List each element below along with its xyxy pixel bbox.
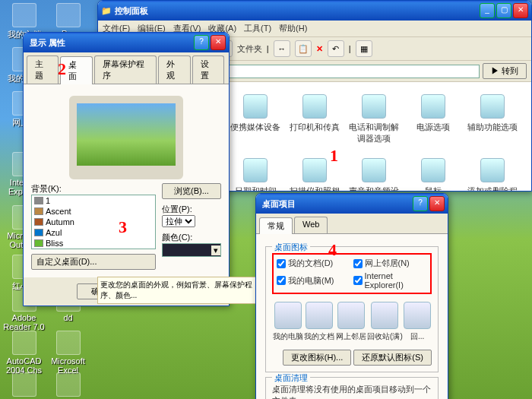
group-label: 桌面图标: [272, 242, 310, 253]
disp-body: 背景(K): 1AscentAutumnAzulBlissBlue Lace 1…: [24, 84, 229, 277]
cp-item-power[interactable]: 电源选项: [407, 94, 460, 144]
folders-label: 文件夹: [237, 43, 262, 55]
background-list[interactable]: 1AscentAutumnAzulBlissBlue Lace 16: [31, 195, 156, 249]
copy-button[interactable]: 📋: [295, 40, 312, 57]
group-label: 桌面清理: [272, 372, 310, 384]
di-tab-0[interactable]: 常规: [259, 217, 293, 234]
bg-item[interactable]: Ascent: [32, 206, 155, 217]
position-select[interactable]: 拉伸: [162, 215, 195, 227]
maximize-button[interactable]: ▢: [496, 3, 511, 18]
cp-item-date[interactable]: 日期和时间: [229, 158, 282, 191]
browse-button[interactable]: 浏览(B)...: [162, 183, 221, 199]
color-label: 颜色(C):: [162, 233, 192, 242]
close-button[interactable]: ✕: [211, 35, 226, 50]
display-properties-dialog: 显示 属性 ? ✕ 主题桌面屏幕保护程序外观设置 背景(K): 1AscentA…: [23, 32, 230, 306]
tab-2[interactable]: 屏幕保护程序: [94, 55, 157, 84]
cleanup-text: 桌面清理将没有使用的桌面项目移动到一个文件夹。: [272, 384, 432, 399]
disp-tabs: 主题桌面屏幕保护程序外观设置: [24, 52, 229, 84]
help-button[interactable]: ?: [194, 35, 209, 50]
cp-item-sound[interactable]: 声音和音频设备: [347, 158, 401, 191]
move-button[interactable]: ↔: [274, 40, 290, 57]
cp-title: 控制面板: [112, 5, 478, 17]
tab-4[interactable]: 设置: [192, 55, 224, 84]
menu-item[interactable]: 工具(T): [244, 24, 271, 33]
icon-preview[interactable]: 回...: [404, 302, 431, 342]
tab-0[interactable]: 主题: [27, 55, 59, 84]
icon-preview[interactable]: 我的电脑: [273, 302, 303, 342]
cp-item-printer[interactable]: 打印机和传真: [288, 94, 341, 144]
position-label: 位置(P):: [162, 204, 192, 214]
go-button[interactable]: ▶ 转到: [483, 63, 527, 79]
bg-item[interactable]: Autumn: [32, 217, 155, 227]
help-button[interactable]: ?: [413, 196, 428, 211]
undo-button[interactable]: ↶: [328, 40, 344, 57]
bg-item[interactable]: Bliss: [32, 238, 155, 249]
bg-item[interactable]: Azul: [32, 227, 155, 238]
close-button[interactable]: ✕: [429, 196, 445, 211]
delete-icon[interactable]: ✕: [316, 44, 323, 54]
icon-preview[interactable]: 回收站(满): [367, 302, 403, 342]
icon-preview[interactable]: 我的文档: [304, 302, 334, 342]
di-titlebar[interactable]: 桌面项目 ? ✕: [256, 194, 448, 214]
customize-desktop-button[interactable]: 自定义桌面(D)...: [31, 254, 156, 270]
color-picker[interactable]: ▾: [211, 245, 220, 255]
cp-item-access[interactable]: 辅助功能选项: [466, 94, 519, 144]
bg-item[interactable]: 1: [32, 195, 155, 206]
close-button[interactable]: ✕: [513, 3, 528, 18]
minimize-button[interactable]: _: [480, 3, 495, 18]
di-title: 桌面项目: [259, 198, 411, 210]
restore-icon-button[interactable]: 还原默认图标(S): [353, 350, 432, 366]
desktop-items-dialog: 桌面项目 ? ✕ 常规Web 桌面图标 我的文档(D) 网上邻居(N) 我的电脑…: [255, 193, 448, 399]
icon-checkbox[interactable]: 我的电脑(M): [277, 271, 351, 290]
desktop-icon[interactable]: Nero StartSmart: [3, 372, 45, 399]
desktop-icon[interactable]: Microsoft Word: [47, 372, 89, 399]
views-button[interactable]: ▦: [356, 40, 372, 57]
annotation-4: 4: [328, 240, 337, 260]
icon-checkbox[interactable]: 网上邻居(N): [353, 258, 428, 269]
cp-titlebar[interactable]: 📁 控制面板 _ ▢ ✕: [98, 1, 531, 21]
cp-item-phone[interactable]: 电话和调制解调器选项: [347, 94, 401, 144]
desktop-icons-group: 桌面图标 我的文档(D) 网上邻居(N) 我的电脑(M) Internet Ex…: [265, 246, 439, 372]
bg-item[interactable]: Blue Lace 16: [32, 249, 155, 249]
icon-checkbox[interactable]: 我的文档(D): [277, 258, 351, 269]
menu-item[interactable]: 帮助(H): [279, 24, 307, 33]
disp-title: 显示 属性: [27, 37, 192, 49]
cp-item-media[interactable]: 便携媒体设备: [229, 94, 282, 144]
background-label: 背景(K):: [31, 184, 62, 193]
annotation-1: 1: [330, 146, 338, 166]
hint-bar: 更改您的桌面的外观，例如背景、屏幕保护程序、颜色...: [97, 277, 257, 304]
desktop-icon[interactable]: AutoCAD 2004 Chs: [3, 331, 45, 375]
di-tab-1[interactable]: Web: [294, 217, 328, 233]
tab-3[interactable]: 外观: [158, 55, 190, 84]
monitor-preview: [69, 96, 183, 179]
annotation-2: 2: [58, 59, 66, 79]
cp-item-addremove[interactable]: 添加或删除程序: [466, 158, 519, 191]
desktop-cleanup-group: 桌面清理 桌面清理将没有使用的桌面项目移动到一个文件夹。 每 60 天运行桌面清…: [265, 377, 439, 399]
disp-titlebar[interactable]: 显示 属性 ? ✕: [24, 33, 229, 52]
folder-icon: 📁: [101, 6, 112, 16]
annotation-3: 3: [119, 217, 127, 237]
change-icon-button[interactable]: 更改图标(H)...: [283, 350, 351, 366]
icon-preview[interactable]: 网上邻居: [336, 302, 366, 342]
cp-item-mouse[interactable]: 鼠标: [407, 158, 460, 191]
di-body: 桌面图标 我的文档(D) 网上邻居(N) 我的电脑(M) Internet Ex…: [256, 234, 448, 399]
icon-checkbox[interactable]: Internet Explorer(I): [353, 271, 428, 290]
di-tabs: 常规Web: [256, 214, 448, 234]
desktop-icon[interactable]: Microsoft Excel: [47, 331, 89, 375]
